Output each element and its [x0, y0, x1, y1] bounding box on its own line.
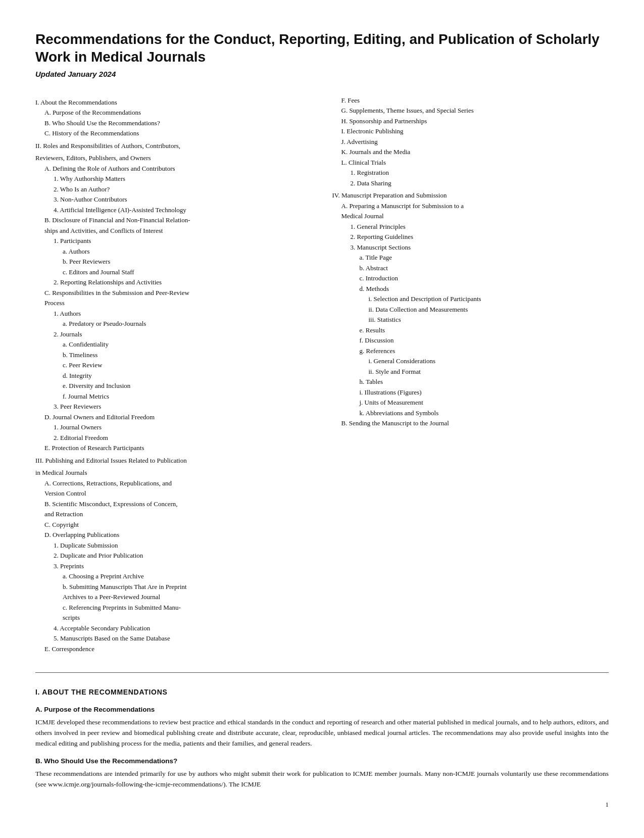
toc-entry: a. Title Page [360, 253, 609, 263]
toc-entry: 1. Participants [54, 236, 312, 246]
toc-entry: b. Peer Reviewers [63, 257, 312, 267]
toc-entry: c. Referencing Preprints in Submitted Ma… [63, 603, 312, 613]
toc-entry: Archives to a Peer-Reviewed Journal [63, 592, 312, 602]
toc-entry: Medical Journal [341, 211, 609, 221]
toc-entry: a. Predatory or Pseudo-Journals [63, 319, 312, 329]
section-i-heading: I. About the Recommendations [35, 687, 609, 697]
toc-entry: g. References [360, 346, 609, 356]
toc-entry: 2. Who Is an Author? [54, 184, 312, 194]
toc-entry: a. Choosing a Preprint Archive [63, 571, 312, 581]
toc-entry: 3. Manuscript Sections [351, 242, 609, 253]
toc-entry: III. Publishing and Editorial Issues Rel… [35, 456, 312, 466]
toc-entry: ii. Data Collection and Measurements [369, 305, 609, 315]
toc-entry: and Retraction [44, 509, 312, 519]
toc-entry: a. Authors [63, 247, 312, 257]
toc-entry: 3. Peer Reviewers [54, 402, 312, 412]
toc-entry: b. Timeliness [63, 350, 312, 360]
toc-entry: I. About the Recommendations [35, 97, 312, 108]
toc-entry: a. Confidentiality [63, 339, 312, 350]
toc-left-column: I. About the RecommendationsA. Purpose o… [35, 95, 312, 655]
toc-entry: A. Defining the Role of Authors and Cont… [44, 164, 312, 174]
section-a-heading: A. Purpose of the Recommendations [35, 705, 609, 715]
page-number: 1 [35, 800, 609, 810]
toc-entry: b. Submitting Manuscripts That Are in Pr… [63, 582, 312, 592]
main-title: Recommendations for the Conduct, Reporti… [35, 30, 609, 66]
toc-entry: f. Discussion [360, 335, 609, 346]
toc-entry: Version Control [44, 488, 312, 499]
toc-entry: d. Integrity [63, 371, 312, 381]
toc-entry: J. Advertising [341, 137, 609, 147]
section-a-paragraph-1: ICMJE developed these recommendations to… [35, 717, 609, 749]
toc-entry: H. Sponsorship and Partnerships [341, 116, 609, 126]
toc-entry: D. Overlapping Publications [44, 530, 312, 540]
toc-entry: f. Journal Metrics [63, 391, 312, 402]
toc-entry: 2. Duplicate and Prior Publication [54, 551, 312, 561]
toc-entry: 1. Authors [54, 309, 312, 319]
toc-entry: B. Sending the Manuscript to the Journal [341, 418, 609, 428]
toc-entry: scripts [63, 613, 312, 623]
toc-entry: 5. Manuscripts Based on the Same Databas… [54, 633, 312, 644]
toc-entry: A. Purpose of the Recommendations [44, 108, 312, 118]
toc-entry: II. Roles and Responsibilities of Author… [35, 141, 312, 151]
toc-entry: 2. Data Sharing [351, 178, 609, 188]
toc-entry: 2. Reporting Guidelines [351, 232, 609, 242]
toc-entry: 1. General Principles [351, 222, 609, 232]
toc-entry: A. Corrections, Retractions, Republicati… [44, 478, 312, 488]
toc-entry: I. Electronic Publishing [341, 126, 609, 136]
toc-entry: 3. Non-Author Contributors [54, 194, 312, 205]
toc-right-column: F. FeesG. Supplements, Theme Issues, and… [332, 95, 609, 655]
section-b-heading: B. Who Should Use the Recommendations? [35, 756, 609, 766]
subtitle: Updated January 2024 [35, 69, 609, 80]
toc-entry: B. Scientific Misconduct, Expressions of… [44, 499, 312, 509]
toc-entry: i. Selection and Description of Particip… [369, 294, 609, 304]
toc-entry: i. General Considerations [369, 356, 609, 366]
toc-entry: Process [44, 298, 312, 308]
toc-entry: 1. Duplicate Submission [54, 540, 312, 551]
toc-entry: 2. Reporting Relationships and Activitie… [54, 277, 312, 287]
toc-entry: E. Protection of Research Participants [44, 443, 312, 453]
toc-entry: 3. Preprints [54, 561, 312, 571]
toc-entry: d. Methods [360, 284, 609, 294]
toc-entry: h. Tables [360, 377, 609, 387]
toc-entry: 2. Editorial Freedom [54, 433, 312, 443]
toc-entry: j. Units of Measurement [360, 398, 609, 408]
article-body: I. About the Recommendations A. Purpose … [35, 687, 609, 790]
toc-entry: 2. Journals [54, 329, 312, 339]
toc-entry: ships and Activities, and Conflicts of I… [44, 226, 312, 236]
toc-entry: e. Diversity and Inclusion [63, 381, 312, 391]
toc-entry: B. Who Should Use the Recommendations? [44, 118, 312, 128]
toc-entry: C. History of the Recommendations [44, 128, 312, 138]
toc-entry: L. Clinical Trials [341, 158, 609, 168]
toc-entry: 1. Why Authorship Matters [54, 174, 312, 184]
toc-entry: K. Journals and the Media [341, 147, 609, 157]
toc-entry: Reviewers, Editors, Publishers, and Owne… [35, 153, 312, 163]
divider [35, 672, 609, 673]
toc-entry: G. Supplements, Theme Issues, and Specia… [341, 106, 609, 116]
toc-entry: c. Introduction [360, 273, 609, 283]
toc-entry: C. Responsibilities in the Submission an… [44, 288, 312, 298]
toc-entry: e. Results [360, 325, 609, 335]
table-of-contents: I. About the RecommendationsA. Purpose o… [35, 95, 609, 655]
toc-entry: iii. Statistics [369, 315, 609, 325]
toc-entry: k. Abbreviations and Symbols [360, 408, 609, 418]
toc-entry: F. Fees [341, 95, 609, 106]
toc-entry: 4. Acceptable Secondary Publication [54, 623, 312, 633]
toc-entry: B. Disclosure of Financial and Non-Finan… [44, 215, 312, 225]
toc-entry: 1. Journal Owners [54, 422, 312, 432]
toc-entry: A. Preparing a Manuscript for Submission… [341, 201, 609, 211]
toc-entry: E. Correspondence [44, 644, 312, 654]
toc-entry: C. Copyright [44, 520, 312, 530]
toc-entry: 4. Artificial Intelligence (AI)-Assisted… [54, 205, 312, 215]
toc-entry: b. Abstract [360, 263, 609, 273]
toc-entry: c. Editors and Journal Staff [63, 267, 312, 277]
toc-entry: 1. Registration [351, 168, 609, 178]
toc-entry: i. Illustrations (Figures) [360, 387, 609, 398]
toc-entry: D. Journal Owners and Editorial Freedom [44, 412, 312, 422]
section-b-paragraph-1: These recommendations are intended prima… [35, 769, 609, 790]
toc-entry: IV. Manuscript Preparation and Submissio… [332, 190, 609, 201]
toc-entry: c. Peer Review [63, 360, 312, 370]
toc-entry: ii. Style and Format [369, 367, 609, 377]
toc-entry: in Medical Journals [35, 468, 312, 478]
